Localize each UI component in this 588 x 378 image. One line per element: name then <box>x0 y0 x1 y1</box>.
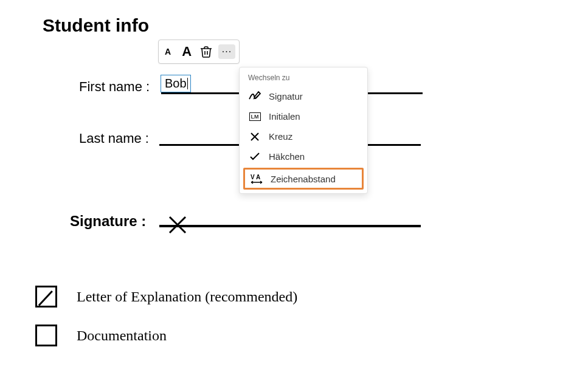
first-name-row: First name : <box>79 79 150 95</box>
menu-header: Wechseln zu <box>240 70 367 86</box>
menu-item-cross[interactable]: Kreuz <box>240 126 367 146</box>
delete-button[interactable] <box>200 46 212 58</box>
menu-item-label: Kreuz <box>269 131 292 142</box>
last-name-row: Last name : <box>79 131 149 146</box>
signature-label: Signature : <box>70 213 146 230</box>
menu-item-label: Signatur <box>269 91 303 101</box>
more-options-button[interactable]: ··· <box>218 44 235 59</box>
menu-item-label: Häkchen <box>269 151 305 162</box>
trash-icon <box>201 46 212 58</box>
first-name-input[interactable]: Bob <box>161 75 191 92</box>
menu-item-label: Initialen <box>269 111 300 122</box>
page-title: Student info <box>43 15 149 36</box>
first-name-label: First name : <box>79 79 150 95</box>
checkbox-letter[interactable] <box>35 286 57 308</box>
checklist-row-letter: Letter of Explanation (recommended) <box>35 286 297 308</box>
character-spacing-icon: V A <box>250 173 263 184</box>
checklist-row-documentation: Documentation <box>35 325 297 346</box>
menu-item-check[interactable]: Häkchen <box>240 146 367 167</box>
menu-item-label: Zeichenabstand <box>271 174 336 184</box>
increase-font-button[interactable]: A <box>179 43 194 61</box>
initials-icon: LM <box>249 112 261 121</box>
signature-icon <box>248 91 261 101</box>
checkbox-label: Documentation <box>77 328 167 344</box>
last-name-label: Last name : <box>79 131 149 146</box>
cross-icon <box>167 215 188 235</box>
checkbox-label: Letter of Explanation (recommended) <box>77 289 297 305</box>
signature-row: Signature : <box>70 213 146 230</box>
menu-item-initials[interactable]: LM Initialen <box>240 106 367 126</box>
cross-icon <box>250 132 260 142</box>
text-toolbar: A A ··· <box>158 40 240 64</box>
attachments-checklist: Letter of Explanation (recommended) Docu… <box>35 286 297 363</box>
checkbox-documentation[interactable] <box>35 325 57 346</box>
switch-to-menu: Wechseln zu Signatur LM Initialen Kreuz … <box>239 67 368 194</box>
svg-text:A: A <box>256 174 260 180</box>
menu-item-signature[interactable]: Signatur <box>240 86 367 106</box>
signature-x-mark[interactable] <box>167 215 188 238</box>
menu-item-character-spacing[interactable]: V A Zeichenabstand <box>243 168 364 190</box>
decrease-font-button[interactable]: A <box>162 46 173 58</box>
check-icon <box>249 153 260 161</box>
svg-text:V: V <box>251 174 255 180</box>
signature-line[interactable] <box>159 225 421 227</box>
